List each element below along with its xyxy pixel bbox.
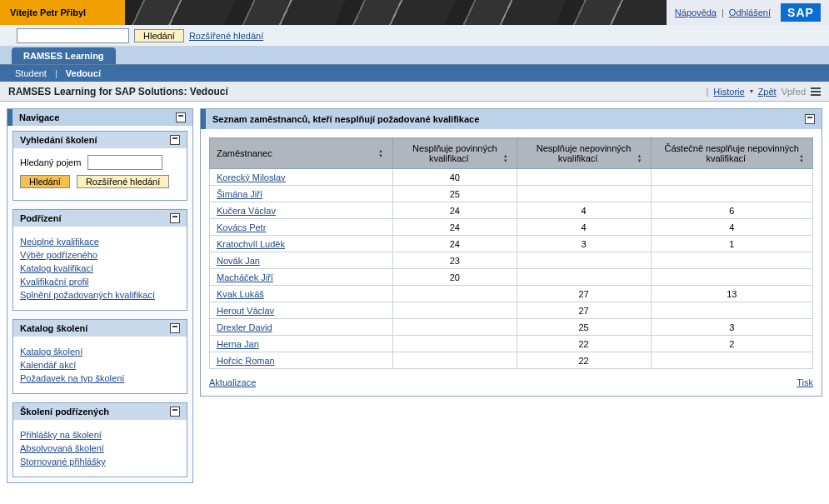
sort-icon[interactable]: [637, 153, 643, 163]
table-row: Šimána Jiří25: [210, 186, 813, 202]
nav-link[interactable]: Katalog školení: [20, 347, 180, 357]
cell-value: 4: [517, 202, 651, 219]
cell-value: [651, 186, 812, 202]
cell-value: [517, 186, 651, 202]
col-optional[interactable]: Nesplňuje nepovinných kvalifikací: [517, 138, 651, 169]
banner-image: [125, 0, 667, 25]
collapse-icon[interactable]: [170, 213, 180, 223]
subtab-divider: |: [55, 68, 57, 78]
refresh-link[interactable]: Aktualizace: [209, 377, 256, 387]
collapse-icon[interactable]: [805, 114, 815, 124]
history-link[interactable]: Historie: [713, 87, 744, 97]
cell-value: 13: [651, 286, 812, 302]
banner-right: Nápověda | Odhlášení SAP: [667, 0, 829, 25]
print-link[interactable]: Tisk: [797, 377, 813, 387]
table-row: Macháček Jiří20: [210, 269, 813, 286]
training-search-button[interactable]: Hledání: [20, 175, 70, 188]
col-mandatory[interactable]: Nesplňuje povinných kvalifikací: [393, 138, 517, 169]
help-link[interactable]: Nápověda: [675, 7, 717, 17]
subtab-strip: Student | Vedoucí: [0, 65, 829, 82]
nav-panel: Katalog školeníKatalog školeníKalendář a…: [12, 319, 187, 394]
training-search-input[interactable]: [87, 155, 162, 170]
nav-link[interactable]: Splnění požadovaných kvalifikací: [20, 290, 180, 300]
history-dropdown-icon[interactable]: ▾: [750, 87, 753, 95]
cell-employee: Korecký Miloslav: [210, 169, 393, 186]
nav-panel-head: Školení podřízených: [13, 403, 187, 420]
table-row: Kratochvíl Luděk2431: [210, 236, 813, 252]
nav-link[interactable]: Výběr podřízeného: [20, 250, 180, 260]
subtab-student[interactable]: Student: [15, 68, 47, 78]
cell-value: [393, 352, 517, 369]
collapse-icon[interactable]: [170, 135, 180, 145]
nav-link[interactable]: Přihlášky na školení: [20, 430, 180, 440]
sort-icon[interactable]: [502, 153, 509, 163]
cell-value: 22: [517, 352, 651, 369]
tab-ramses[interactable]: RAMSES Learning: [12, 47, 116, 64]
nav-link[interactable]: Neúplné kvalifikace: [20, 237, 180, 247]
welcome-box: Vítejte Petr Přibyl: [0, 0, 125, 25]
table-row: Hořcic Roman22: [210, 352, 813, 369]
cell-value: 27: [517, 302, 651, 319]
employee-link[interactable]: Novák Jan: [217, 256, 260, 266]
back-link[interactable]: Zpět: [758, 87, 777, 97]
logout-link[interactable]: Odhlášení: [729, 7, 771, 17]
table-row: Novák Jan23: [210, 252, 813, 269]
col-employee[interactable]: Zaměstnanec: [210, 138, 393, 169]
sort-icon[interactable]: [798, 153, 805, 163]
employee-link[interactable]: Kovács Petr: [217, 222, 266, 232]
training-adv-search-button[interactable]: Rozšířené hledání: [77, 175, 169, 188]
cell-value: [393, 319, 517, 336]
employee-link[interactable]: Šimána Jiří: [217, 189, 262, 199]
nav-link[interactable]: Kvalifikační profil: [20, 277, 180, 287]
cell-value: 40: [393, 169, 517, 186]
page-title-row: RAMSES Learning for SAP Solutions: Vedou…: [0, 82, 829, 102]
table-footer: Aktualizace Tisk: [209, 377, 813, 387]
nav-link[interactable]: Kalendář akcí: [20, 360, 180, 370]
employee-link[interactable]: Herna Jan: [217, 339, 259, 349]
nav-link[interactable]: Absolvovaná školení: [20, 443, 180, 453]
employee-link[interactable]: Kučera Václav: [217, 206, 276, 216]
cell-value: 25: [393, 186, 517, 202]
cell-value: 24: [393, 219, 517, 236]
col-partial[interactable]: Částečně nesplňuje nepovinných kvalifika…: [651, 138, 812, 169]
cell-value: 4: [517, 219, 651, 236]
nav-panel-search-head: Vyhledání školení: [13, 132, 187, 148]
collapse-icon[interactable]: [176, 112, 186, 122]
employee-link[interactable]: Korecký Miloslav: [217, 172, 286, 182]
nav-link[interactable]: Stornované přihlášky: [20, 457, 180, 467]
cell-value: 24: [393, 202, 517, 219]
employee-link[interactable]: Hořcic Roman: [217, 356, 275, 366]
cell-value: [651, 269, 812, 286]
cell-employee: Kratochvíl Luděk: [210, 236, 393, 252]
global-search-input[interactable]: [17, 28, 129, 43]
cell-value: 3: [651, 319, 812, 336]
nav-column: Navigace Vyhledání školení Hledaný pojem…: [7, 108, 193, 483]
cell-employee: Hořcic Roman: [210, 352, 393, 369]
nav-panel-body: Katalog školeníKalendář akcíPožadavek na…: [13, 337, 187, 393]
nav-link[interactable]: Katalog kvalifikací: [20, 263, 180, 273]
nav-panel-title: Podřízení: [20, 213, 62, 223]
cell-employee: Kučera Václav: [210, 202, 393, 219]
collapse-icon[interactable]: [170, 323, 180, 333]
employee-link[interactable]: Kratochvíl Luděk: [217, 239, 285, 249]
welcome-text: Vítejte Petr Přibyl: [10, 7, 86, 17]
options-icon[interactable]: [811, 87, 821, 96]
employee-link[interactable]: Macháček Jiří: [217, 272, 273, 282]
nav-panel-search-title: Vyhledání školení: [20, 135, 97, 145]
cell-value: 25: [517, 319, 651, 336]
subtab-vedouci[interactable]: Vedoucí: [66, 68, 101, 78]
global-search-button[interactable]: Hledání: [134, 29, 184, 42]
advanced-search-link[interactable]: Rozšířené hledání: [189, 31, 263, 41]
cell-value: [393, 286, 517, 302]
search-label: Hledaný pojem: [20, 157, 81, 167]
cell-value: [393, 302, 517, 319]
employee-link[interactable]: Kvak Lukáš: [217, 289, 264, 299]
sort-icon[interactable]: [378, 148, 385, 158]
cell-value: [517, 269, 651, 286]
nav-link[interactable]: Požadavek na typ školení: [20, 373, 180, 383]
employee-link[interactable]: Drexler David: [217, 322, 272, 332]
employee-link[interactable]: Herout Václav: [217, 306, 274, 316]
nav-panel-body: Přihlášky na školeníAbsolvovaná školeníS…: [13, 420, 187, 477]
collapse-icon[interactable]: [170, 407, 180, 417]
main-title: Seznam zaměstnanců, kteří nesplňují poža…: [212, 114, 479, 124]
